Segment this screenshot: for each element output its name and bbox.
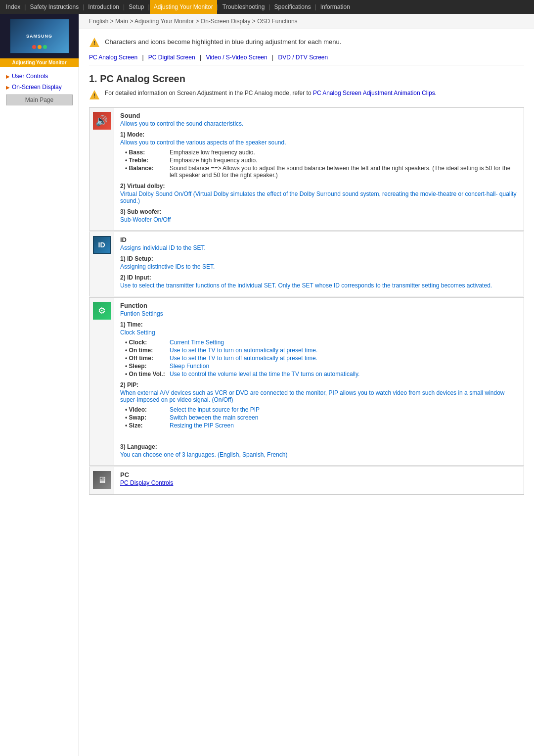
id-icon-graphic: ID [93, 236, 111, 254]
sound-mode-bullets: Bass: Emphasize low frequency audio. Tre… [125, 149, 518, 179]
bullet-balance-label: Balance: [125, 165, 170, 179]
bullet-size-value: Resizing the PIP Screen [170, 422, 518, 429]
pc-title: PC [120, 471, 518, 478]
sound-sub-title: 3) Sub woofer: [120, 208, 518, 215]
nav-troubleshooting[interactable]: Troubleshooting [219, 0, 269, 14]
sound-icon-graphic: 🔊 [93, 112, 111, 130]
id-input-desc: Use to select the transmitter functions … [120, 282, 518, 289]
pc-subtitle: PC Display Controls [120, 479, 518, 486]
sound-dolby-desc: Virtual Dolby Sound On/Off (Virtual Dolb… [120, 190, 518, 204]
bullet-swap: Swap: Switch between the main screeen [125, 414, 518, 421]
bullet-treble-value: Emphasize high frequency audio. [170, 157, 518, 164]
pc-block: 🖥 PC PC Display Controls [89, 467, 524, 495]
function-block: ⚙ Function Funtion Settings 1) Time: Clo… [89, 297, 524, 466]
id-block: ID ID Assigns individual ID to the SET. … [89, 232, 524, 296]
sidebar-link-osd[interactable]: On-Screen Display [12, 84, 62, 91]
info-text: Characters and icons become highlighted … [105, 37, 341, 46]
bullet-clock: Clock: Current Time Setting [125, 339, 518, 346]
nav-specifications[interactable]: Specifications [270, 0, 315, 14]
nav-setup[interactable]: Setup [125, 0, 148, 14]
detail-note-text: For detailed information on Screen Adjus… [105, 90, 437, 96]
id-input-title: 2) ID Input: [120, 274, 518, 281]
id-setup-title: 1) ID Setup: [120, 255, 518, 262]
link-pc-analog[interactable]: PC Analog Screen [89, 54, 137, 61]
bullet-on-time-vol: On time Vol.: Use to control the volume … [125, 371, 518, 378]
bullet-balance-value: Sound balance ==> Allows you to adjust t… [170, 165, 518, 179]
nav-information[interactable]: Information [316, 0, 354, 14]
bullet-treble-label: Treble: [125, 157, 170, 164]
bullet-balance: Balance: Sound balance ==> Allows you to… [125, 165, 518, 179]
sound-mode-desc: Allows you to control the various aspect… [120, 139, 518, 146]
info-note: ! Characters and icons become highlighte… [89, 37, 524, 48]
bullet-sleep-label: Sleep: [125, 363, 170, 370]
bullet-video-value: Select the input source for the PIP [170, 406, 518, 413]
bullet-off-time-value: Use to set the TV to turn off automatica… [170, 355, 518, 362]
bullet-clock-value: Current Time Setting [170, 339, 518, 346]
arrow-icon-2: ▶ [6, 85, 10, 90]
bullet-bass-value: Emphasize low frequency audio. [170, 149, 518, 156]
sidebar: SAMSUNG Adjusting Your Monitor ▶ User Co… [0, 14, 79, 756]
detail-note: ! For detailed information on Screen Adj… [89, 90, 524, 100]
nav-introduction[interactable]: Introduction [84, 0, 123, 14]
pip-title: 2) PIP: [120, 381, 518, 388]
bullet-video-label: Video: [125, 406, 170, 413]
pc-icon: 🖥 [89, 467, 114, 494]
pc-icon-graphic: 🖥 [93, 471, 111, 489]
bullet-video: Video: Select the input source for the P… [125, 406, 518, 413]
bullet-on-time-label: On time: [125, 347, 170, 354]
section-heading: 1. PC Analog Screen [89, 73, 524, 85]
bullet-on-time: On time: Use to set the TV to turn on au… [125, 347, 518, 354]
sound-block: 🔊 Sound Allows you to control the sound … [89, 107, 524, 231]
nav-adjusting[interactable]: Adjusting Your Monitor [150, 0, 217, 14]
sidebar-brand-label: Adjusting Your Monitor [0, 58, 79, 67]
time-desc: Clock Setting [120, 329, 518, 336]
sound-title: Sound [120, 112, 518, 119]
bullet-sleep: Sleep: Sleep Function [125, 363, 518, 370]
bullet-bass: Bass: Emphasize low frequency audio. [125, 149, 518, 156]
sound-body: Sound Allows you to control the sound ch… [114, 108, 524, 230]
sound-icon: 🔊 [89, 108, 114, 230]
pc-body: PC PC Display Controls [114, 467, 524, 494]
breadcrumb: English > Main > Adjusting Your Monitor … [79, 14, 534, 29]
bullet-swap-value: Switch between the main screeen [170, 414, 518, 421]
bullet-on-time-vol-label: On time Vol.: [125, 371, 170, 378]
link-video-svideo[interactable]: Video / S-Video Screen [206, 54, 267, 61]
sound-subtitle: Allows you to control the sound characte… [120, 120, 518, 127]
function-title: Function [120, 302, 518, 309]
pip-desc: When external A/V devices such as VCR or… [120, 389, 518, 403]
bullet-size: Size: Resizing the PIP Screen [125, 422, 518, 429]
content-body: ! Characters and icons become highlighte… [79, 29, 534, 504]
bullet-on-time-vol-value: Use to control the volume level at the t… [170, 371, 518, 378]
main-content: English > Main > Adjusting Your Monitor … [79, 14, 534, 756]
nav-safety[interactable]: Safety Instructions [26, 0, 83, 14]
time-title: 1) Time: [120, 321, 518, 328]
bullet-bass-label: Bass: [125, 149, 170, 156]
sidebar-main-page-button[interactable]: Main Page [6, 94, 73, 105]
link-dvd-dtv[interactable]: DVD / DTV Screen [278, 54, 328, 61]
id-icon: ID [89, 232, 114, 296]
nav-index[interactable]: Index [2, 0, 24, 14]
bullet-on-time-value: Use to set the TV to turn on automatical… [170, 347, 518, 354]
sound-dolby-title: 2) Virtual dolby: [120, 183, 518, 189]
function-icon: ⚙ [89, 298, 114, 465]
svg-text:!: ! [93, 93, 95, 98]
time-bullets: Clock: Current Time Setting On time: Use… [125, 339, 518, 378]
sidebar-link-user-controls[interactable]: User Controls [12, 73, 48, 80]
sidebar-item-osd[interactable]: ▶ On-Screen Display [0, 82, 79, 93]
bullet-sleep-value: Sleep Function [170, 363, 518, 370]
function-subtitle: Funtion Settings [120, 310, 518, 317]
pc-link[interactable]: PC Display Controls [120, 479, 173, 486]
detail-link[interactable]: PC Analog Screen Adjustment Animation Cl… [313, 90, 435, 96]
link-pc-digital[interactable]: PC Digital Screen [148, 54, 195, 61]
arrow-icon: ▶ [6, 74, 10, 79]
bullet-clock-label: Clock: [125, 339, 170, 346]
screen-links: PC Analog Screen | PC Digital Screen | V… [89, 54, 524, 65]
bullet-off-time: Off time: Use to set the TV to turn off … [125, 355, 518, 362]
id-body: ID Assigns individual ID to the SET. 1) … [114, 232, 524, 296]
id-title: ID [120, 236, 518, 243]
sidebar-item-user-controls[interactable]: ▶ User Controls [0, 71, 79, 82]
id-subtitle: Assigns individual ID to the SET. [120, 244, 518, 251]
sound-mode-title: 1) Mode: [120, 131, 518, 138]
id-setup-desc: Assigning distinctive IDs to the SET. [120, 263, 518, 270]
function-icon-graphic: ⚙ [93, 302, 111, 320]
